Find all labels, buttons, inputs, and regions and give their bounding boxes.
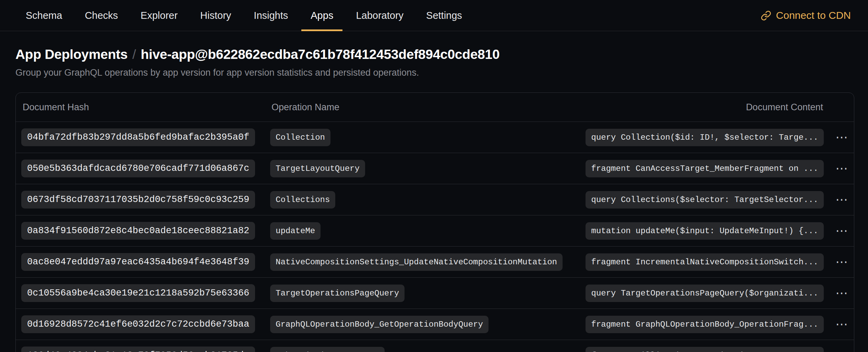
- row-menu-cell: ⋯: [824, 193, 850, 206]
- connect-to-cdn-button[interactable]: Connect to CDN: [759, 0, 853, 31]
- operation-name-badge[interactable]: Collection: [270, 129, 330, 146]
- row-menu-cell: ⋯: [824, 131, 850, 143]
- ellipsis-icon[interactable]: ⋯: [833, 131, 850, 143]
- cdn-link-label: Connect to CDN: [776, 10, 851, 21]
- operation-name-badge[interactable]: updateMe: [270, 222, 321, 240]
- nav-tab-explorer[interactable]: Explorer: [131, 0, 187, 31]
- document-hash-badge[interactable]: 04bfa72dfb83b297dd8a5b6fed9bafac2b395a0f: [21, 128, 255, 146]
- operation-name-cell: Collections: [270, 191, 586, 209]
- nav-tab-label: History: [200, 10, 231, 21]
- document-content-badge[interactable]: mutation updateMe($input: UpdateMeInput!…: [586, 222, 824, 240]
- row-menu-cell: ⋯: [824, 318, 850, 330]
- top-nav: SchemaChecksExplorerHistoryInsightsAppsL…: [0, 0, 868, 31]
- operation-name-cell: NativeCompositionSettings_UpdateNativeCo…: [270, 253, 586, 271]
- operation-name-badge[interactable]: GraphQLOperationBody_GetOperationBodyQue…: [270, 316, 489, 333]
- table-body: 04bfa72dfb83b297dd8a5b6fed9bafac2b395a0f…: [16, 122, 854, 352]
- nav-tab-label: Checks: [85, 10, 118, 21]
- document-hash-badge[interactable]: 0673df58cd7037117035b2d0c758f59c0c93c259: [21, 191, 255, 209]
- page-subtitle: Group your GraphQL operations by app ver…: [15, 67, 854, 78]
- document-hash-badge[interactable]: 050e5b363dafdcacd6780e706cadf771d06a867c: [21, 160, 255, 177]
- nav-tab-label: Settings: [426, 10, 462, 21]
- nav-tab-insights[interactable]: Insights: [244, 0, 297, 31]
- document-hash-cell: 0673df58cd7037117035b2d0c758f59c0c93c259: [21, 191, 270, 209]
- nav-tab-checks[interactable]: Checks: [75, 0, 127, 31]
- nav-tab-apps[interactable]: Apps: [301, 0, 342, 31]
- nav-tab-history[interactable]: History: [191, 0, 240, 31]
- ellipsis-icon[interactable]: ⋯: [833, 256, 850, 268]
- operation-name-cell: GraphQLOperationBody_GetOperationBodyQue…: [270, 316, 586, 333]
- page-content: App Deployments/hive-app@b622862ecdba7c6…: [0, 47, 868, 352]
- operation-name-cell: TargetOperationsPageQuery: [270, 285, 586, 302]
- ellipsis-icon[interactable]: ⋯: [833, 318, 850, 330]
- document-content-cell: fragment CanAccessTarget_MemberFragment …: [586, 160, 824, 177]
- document-content-badge[interactable]: query Collection($id: ID!, $selector: Ta…: [586, 129, 824, 146]
- document-hash-badge[interactable]: 0ac8e047eddd97a97eac6435a4b694f4e3648f39: [21, 253, 255, 271]
- col-header-document-hash: Document Hash: [21, 102, 270, 113]
- document-content-badge[interactable]: fragment IncrementalNativeCompositionSwi…: [586, 253, 824, 271]
- table-row: 0c10556a9be4ca30e19e21c1218a592b75e63366…: [16, 277, 854, 309]
- document-content-badge[interactable]: query TargetOperationsPageQuery($organiz…: [586, 285, 824, 302]
- row-menu-cell: ⋯: [824, 349, 850, 352]
- document-content-cell: fragment IncrementalNativeCompositionSwi…: [586, 253, 824, 271]
- table-row: 0d16928d8572c41ef6e032d2c7c72ccbd6e73baa…: [16, 309, 854, 340]
- document-hash-cell: 0d16928d8572c41ef6e032d2c7c72ccbd6e73baa: [21, 315, 270, 333]
- document-hash-badge[interactable]: 0a834f91560d872e8c4bec0ade18ceec88821a82: [21, 222, 255, 240]
- operation-name-cell: updateMe: [270, 222, 586, 240]
- document-content-badge[interactable]: query Collections($selector: TargetSelec…: [586, 191, 824, 209]
- nav-tab-label: Insights: [254, 10, 288, 21]
- table-row: 126d46a4284abe31c13c78f7959d56eeb21725dc…: [16, 340, 854, 352]
- col-header-document-content: Document Content: [745, 102, 824, 113]
- operation-name-badge[interactable]: TargetLayoutQuery: [270, 160, 365, 177]
- table-row: 0673df58cd7037117035b2d0c758f59c0c93c259…: [16, 184, 854, 215]
- nav-tab-schema[interactable]: Schema: [16, 0, 71, 31]
- document-content-cell: query Collections($selector: TargetSelec…: [586, 191, 824, 209]
- document-content-cell: fragment GraphQLOperationBody_OperationF…: [586, 316, 824, 333]
- ellipsis-icon[interactable]: ⋯: [833, 225, 850, 237]
- table-row: 0a834f91560d872e8c4bec0ade18ceec88821a82…: [16, 215, 854, 246]
- operation-name-badge[interactable]: TargetOperationsPageQuery: [270, 285, 405, 302]
- table-row: 04bfa72dfb83b297dd8a5b6fed9bafac2b395a0f…: [16, 122, 854, 153]
- document-hash-cell: 0c10556a9be4ca30e19e21c1218a592b75e63366: [21, 284, 270, 302]
- operation-name-cell: SubscriptionPageQuery: [270, 347, 586, 352]
- ellipsis-icon[interactable]: ⋯: [833, 349, 850, 352]
- breadcrumb-root[interactable]: App Deployments: [15, 47, 128, 62]
- table-row: 0ac8e047eddd97a97eac6435a4b694f4e3648f39…: [16, 246, 854, 277]
- ellipsis-icon[interactable]: ⋯: [833, 287, 850, 299]
- document-content-badge[interactable]: fragment GraphQLOperationBody_OperationF…: [586, 316, 824, 333]
- document-content-cell: query Collection($id: ID!, $selector: Ta…: [586, 129, 824, 146]
- breadcrumb-separator: /: [132, 47, 136, 62]
- document-content-cell: mutation updateMe($input: UpdateMeInput!…: [586, 222, 824, 240]
- document-content-badge[interactable]: fragment BillingView_OrganizationFragmen…: [586, 347, 824, 352]
- nav-tab-label: Laboratory: [356, 10, 403, 21]
- document-hash-badge[interactable]: 0c10556a9be4ca30e19e21c1218a592b75e63366: [21, 284, 255, 302]
- ellipsis-icon[interactable]: ⋯: [833, 162, 850, 175]
- row-menu-cell: ⋯: [824, 287, 850, 299]
- operation-name-badge[interactable]: NativeCompositionSettings_UpdateNativeCo…: [270, 253, 563, 271]
- document-content-cell: fragment BillingView_OrganizationFragmen…: [586, 347, 824, 352]
- table-row: 050e5b363dafdcacd6780e706cadf771d06a867c…: [16, 153, 854, 184]
- page-title: App Deployments/hive-app@b622862ecdba7c6…: [15, 47, 854, 62]
- document-hash-badge[interactable]: 0d16928d8572c41ef6e032d2c7c72ccbd6e73baa: [21, 315, 255, 333]
- operation-name-cell: Collection: [270, 129, 586, 146]
- nav-tab-label: Explorer: [141, 10, 178, 21]
- table-header-row: Document Hash Operation Name Document Co…: [16, 93, 854, 122]
- document-content-cell: query TargetOperationsPageQuery($organiz…: [586, 285, 824, 302]
- breadcrumb-current: hive-app@b622862ecdba7c61b78f412453def89…: [141, 47, 500, 62]
- document-hash-badge[interactable]: 126d46a4284abe31c13c78f7959d56eeb21725dc: [21, 347, 255, 352]
- document-content-badge[interactable]: fragment CanAccessTarget_MemberFragment …: [586, 160, 824, 177]
- operation-name-badge[interactable]: SubscriptionPageQuery: [270, 347, 385, 352]
- row-menu-cell: ⋯: [824, 162, 850, 175]
- document-hash-cell: 0ac8e047eddd97a97eac6435a4b694f4e3648f39: [21, 253, 270, 271]
- app-deployments-table: Document Hash Operation Name Document Co…: [15, 92, 854, 352]
- nav-tab-laboratory[interactable]: Laboratory: [347, 0, 413, 31]
- document-hash-cell: 126d46a4284abe31c13c78f7959d56eeb21725dc: [21, 347, 270, 352]
- ellipsis-icon[interactable]: ⋯: [833, 193, 850, 206]
- nav-tab-label: Apps: [311, 10, 333, 21]
- nav-tabs: SchemaChecksExplorerHistoryInsightsAppsL…: [16, 0, 471, 31]
- operation-name-cell: TargetLayoutQuery: [270, 160, 586, 177]
- row-menu-cell: ⋯: [824, 225, 850, 237]
- operation-name-badge[interactable]: Collections: [270, 191, 335, 209]
- row-menu-cell: ⋯: [824, 256, 850, 268]
- document-hash-cell: 050e5b363dafdcacd6780e706cadf771d06a867c: [21, 160, 270, 177]
- nav-tab-settings[interactable]: Settings: [417, 0, 471, 31]
